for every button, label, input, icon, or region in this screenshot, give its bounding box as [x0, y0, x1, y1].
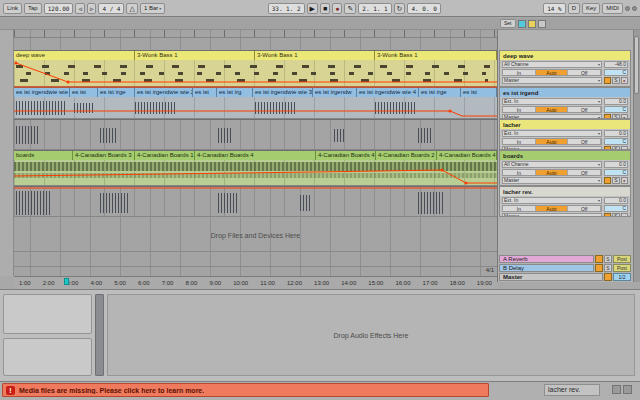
track-lane-lacher[interactable] — [14, 119, 497, 150]
input-routing-dropdown[interactable]: Ext. In▾ — [502, 197, 602, 204]
monitor-in[interactable]: In — [503, 170, 536, 175]
track-lane-lacher-rev[interactable] — [14, 186, 497, 217]
monitor-off[interactable]: Off — [568, 107, 601, 112]
solo-button[interactable]: S — [612, 77, 619, 84]
arrangement-clip[interactable]: 4-Canadian Boards 4 — [437, 151, 497, 160]
volume-field[interactable]: 0.0 — [604, 161, 628, 168]
vertical-scrollbar-thumb[interactable] — [634, 36, 639, 94]
track-header-boards[interactable]: boards All Channe▾ 0.0 InAutoOff C Maste… — [499, 150, 631, 186]
track-activator[interactable] — [595, 264, 603, 272]
arrangement-clip[interactable]: es ist irge — [419, 88, 461, 97]
track-activator[interactable] — [604, 273, 612, 281]
arrangement-clip[interactable]: es ist irgendwie wie 2 — [135, 88, 193, 97]
automation-lane-es-ist[interactable] — [14, 97, 497, 119]
solo-button[interactable]: S — [612, 213, 619, 217]
input-routing-dropdown[interactable]: Ext. In▾ — [502, 98, 602, 105]
return-track-a[interactable]: A Reverb S Post — [499, 255, 631, 263]
track-activator[interactable] — [604, 77, 611, 84]
monitor-auto[interactable]: Auto — [536, 70, 569, 75]
arrangement-clip[interactable]: es ist irgendw — [313, 88, 357, 97]
arrangement-clip[interactable]: 4-Canadian Boards 4 — [195, 151, 316, 160]
stop-button[interactable]: ■ — [320, 3, 330, 14]
loop-length-field[interactable]: 4. 0. 0 — [407, 3, 440, 14]
volume-field[interactable]: 0.0 — [604, 98, 628, 105]
volume-field[interactable]: -48.0 — [604, 61, 628, 68]
track-title[interactable]: es ist irgend — [500, 88, 630, 97]
key-map-button[interactable]: Key — [582, 3, 600, 14]
input-routing-dropdown[interactable]: Ext. In▾ — [502, 130, 602, 137]
monitor-off[interactable]: Off — [568, 70, 601, 75]
link-button[interactable]: Link — [3, 3, 22, 14]
arrangement-clip[interactable]: 4-Canadian Boards 2 — [376, 151, 437, 160]
monitor-off[interactable]: Off — [568, 139, 601, 144]
master-output-dropdown[interactable]: 1/2 — [613, 273, 631, 281]
monitor-switch[interactable]: InAutoOff — [502, 169, 602, 176]
arrangement-clip[interactable]: es ist — [70, 88, 98, 97]
device-chain-area[interactable]: Drop Audio Effects Here — [107, 294, 635, 376]
solo-button[interactable]: S — [604, 264, 612, 272]
monitor-switch[interactable]: InAutoOff — [502, 69, 602, 76]
quantization-menu[interactable]: 1 Bar▾ — [140, 3, 165, 14]
output-routing-dropdown[interactable]: Master▾ — [502, 177, 602, 184]
arrangement-clip[interactable]: 4-Canadian Boards 1 — [135, 151, 195, 160]
volume-field[interactable]: 0.0 — [604, 197, 628, 204]
solo-button[interactable]: S — [612, 177, 619, 184]
monitor-auto[interactable]: Auto — [536, 170, 569, 175]
master-track-title[interactable]: Master — [499, 273, 603, 281]
return-track-title[interactable]: B Delay — [499, 264, 594, 272]
arrangement-clip[interactable]: es ist irgendwie wie 1 — [14, 88, 70, 97]
arrangement-clip[interactable]: es ist irgendwie wie 3 — [253, 88, 313, 97]
monitor-off[interactable]: Off — [568, 206, 601, 211]
arm-button[interactable]: ● — [621, 77, 628, 84]
track-header-lacher-rev[interactable]: lacher rev. Ext. In▾ 0.0 InAutoOff C Mas… — [499, 186, 631, 217]
solo-button[interactable]: S — [604, 255, 612, 263]
draw-mode-icon[interactable]: ✎ — [344, 3, 356, 14]
track-title[interactable]: lacher rev. — [500, 187, 630, 196]
track-title[interactable]: lacher — [500, 120, 630, 129]
monitor-auto[interactable]: Auto — [536, 139, 569, 144]
pre-post-toggle[interactable]: Post — [613, 255, 631, 263]
track-header-es-ist[interactable]: es ist irgend Ext. In▾ 0.0 InAutoOff C M… — [499, 87, 631, 119]
tap-tempo-button[interactable]: Tap — [24, 3, 42, 14]
arm-button[interactable]: ● — [621, 213, 628, 217]
automation-lane-deep-wave[interactable] — [14, 60, 497, 87]
arrangement-clip[interactable]: deep wave — [14, 51, 135, 60]
arrangement-clip[interactable]: 3-Wonk Bass 1 — [255, 51, 375, 60]
pan-field[interactable]: C — [604, 138, 628, 145]
pan-field[interactable]: C — [604, 205, 628, 212]
track-activator[interactable] — [604, 213, 611, 217]
monitor-in[interactable]: In — [503, 139, 536, 144]
nudge-up-icon[interactable]: ▹ — [87, 3, 97, 14]
missing-media-warning[interactable]: ! Media files are missing. Please click … — [2, 383, 489, 397]
output-routing-dropdown[interactable]: Master▾ — [502, 77, 602, 84]
beat-time-ruler[interactable] — [14, 30, 497, 38]
arrangement-clip[interactable]: 4-Canadian Boards 3 — [73, 151, 135, 160]
monitor-in[interactable]: In — [503, 107, 536, 112]
monitor-switch[interactable]: InAutoOff — [502, 205, 602, 212]
arrangement-clip[interactable]: es ist irge — [98, 88, 135, 97]
input-routing-dropdown[interactable]: All Channe▾ — [502, 61, 602, 68]
set-button[interactable]: Set — [500, 19, 516, 28]
io-section-toggle[interactable] — [518, 20, 526, 28]
volume-field[interactable]: 0.0 — [604, 130, 628, 137]
return-track-b[interactable]: B Delay S Post — [499, 264, 631, 272]
monitor-switch[interactable]: InAutoOff — [502, 106, 602, 113]
arrangement-clip[interactable]: es ist — [461, 88, 497, 97]
monitor-in[interactable]: In — [503, 70, 536, 75]
monitor-auto[interactable]: Auto — [536, 107, 569, 112]
track-header-deep-wave[interactable]: deep wave All Channe▾ -48.0 InAutoOff C … — [499, 50, 631, 87]
time-ruler[interactable]: 1:002:003:004:005:006:007:008:009:0010:0… — [14, 276, 497, 289]
arrangement-clip[interactable]: boards — [14, 151, 73, 160]
automation-lane-boards[interactable] — [14, 160, 497, 186]
midi-map-button[interactable]: MIDI — [602, 3, 623, 14]
time-signature-field[interactable]: 4 / 4 — [98, 3, 124, 14]
arrangement-clip[interactable]: es ist irg — [217, 88, 253, 97]
track-title[interactable]: deep wave — [500, 51, 630, 60]
metronome-icon[interactable]: △ — [126, 3, 137, 14]
record-button[interactable]: ● — [332, 3, 342, 14]
track-activator[interactable] — [604, 177, 611, 184]
input-routing-dropdown[interactable]: All Channe▾ — [502, 161, 602, 168]
pan-field[interactable]: C — [604, 69, 628, 76]
loop-switch-icon[interactable]: ↻ — [394, 3, 406, 14]
track-title[interactable]: boards — [500, 151, 630, 160]
